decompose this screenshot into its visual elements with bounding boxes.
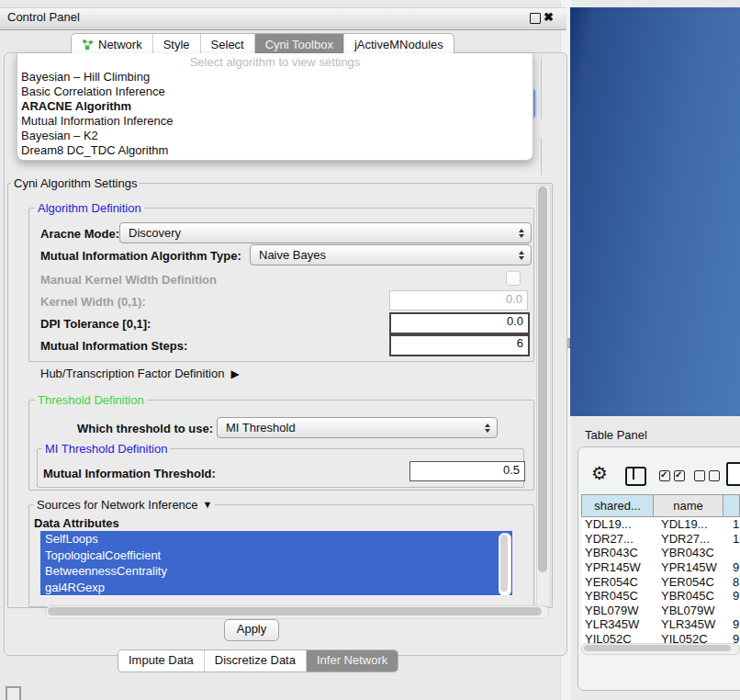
mi-algorithm-type-select[interactable]: Naive Bayes [250, 244, 532, 265]
dpi-tolerance-field[interactable]: 0.0 [389, 312, 530, 334]
tab-infer-network[interactable]: Infer Network [307, 650, 398, 672]
data-attributes-label: Data Attributes [34, 516, 119, 530]
table-cell: YLR345W [656, 617, 730, 631]
algorithm-option[interactable]: Basic Correlation Inference [17, 85, 533, 99]
data-attribute-item[interactable]: TopologicalCoefficient [40, 548, 512, 564]
attributes-scrollbar[interactable] [499, 533, 511, 596]
checked-box-icon [674, 470, 685, 481]
data-attribute-item[interactable]: gal4RGexp [40, 580, 512, 596]
hub-definition-label: Hub/Transcription Factor Definition [40, 367, 224, 380]
table-body: YDL19...YDL19...13YDR27...YDR27...12YBR0… [581, 517, 740, 646]
sources-expander[interactable]: Sources for Network Inference ▼ [34, 499, 215, 511]
table-row[interactable]: YDR27...YDR27...12 [581, 532, 740, 547]
cyni-bottom-tabbar: Impute Data Discretize Data Infer Networ… [118, 649, 398, 672]
selected-value: Discovery [129, 226, 181, 240]
scrollbar-thumb[interactable] [48, 607, 542, 615]
document-icon[interactable] [726, 462, 740, 486]
algorithm-dropdown-popup: Select algorithm to view settings Bayesi… [17, 53, 533, 161]
table-cell: YDR27... [656, 532, 730, 546]
table-cell: YBR043C [656, 546, 730, 559]
table-cell: 9. [730, 589, 740, 603]
tab-label: Impute Data [129, 653, 194, 667]
mi-threshold-field[interactable]: 0.5 [409, 461, 525, 481]
table-cell: YLR345W [581, 617, 656, 631]
algorithm-option[interactable]: Bayesian – K2 [17, 129, 533, 143]
collapsed-panel-icon[interactable] [6, 686, 21, 700]
table-cell: YBR045C [656, 589, 730, 603]
column-header[interactable] [723, 495, 739, 516]
control-panel-title: Control Panel [7, 10, 80, 24]
apply-button[interactable]: Apply [224, 619, 279, 641]
tab-style[interactable]: Style [153, 34, 201, 55]
kernel-width-field[interactable]: 0.0 [389, 290, 528, 310]
manual-kernel-width-label: Manual Kernel Width Definition [40, 273, 217, 287]
stepper-arrows-icon [519, 229, 524, 238]
table-horizontal-scrollbar[interactable] [581, 643, 740, 655]
screen: Control Panel ✖ Network Style Select Cyn… [0, 0, 740, 700]
tab-jactivemnodules[interactable]: jActiveMNodules [344, 34, 454, 55]
settings-horizontal-scrollbar[interactable] [45, 605, 549, 619]
column-layout-icon[interactable] [625, 467, 646, 486]
algorithm-option[interactable]: Bayesian – Hill Climbing [17, 70, 533, 85]
tab-impute-data[interactable]: Impute Data [118, 650, 205, 672]
manual-kernel-width-checkbox[interactable] [506, 271, 521, 286]
table-panel-title: Table Panel [585, 428, 647, 442]
table-cell: YDL19... [581, 517, 656, 531]
table-row[interactable]: YPR145WYPR145W9. [581, 560, 740, 575]
which-threshold-label: Which threshold to use: [77, 422, 213, 435]
column-header[interactable]: shared... [582, 495, 654, 516]
aracne-mode-select[interactable]: Discovery [119, 222, 532, 243]
table-cell: 8. [730, 575, 740, 589]
table-row[interactable]: YBR043CYBR043C [581, 546, 740, 560]
float-window-icon[interactable] [530, 13, 541, 24]
hub-definition-expander[interactable]: Hub/Transcription Factor Definition ▶ [40, 367, 240, 380]
table-row[interactable]: YER054CYER054C8. [581, 574, 740, 589]
occluded-groupbox-edge [541, 138, 542, 175]
expand-arrow-icon[interactable]: ▶ [230, 367, 239, 380]
scrollbar-thumb[interactable] [584, 645, 731, 651]
tab-label: Network [98, 35, 142, 54]
tab-discretize-data[interactable]: Discretize Data [205, 650, 307, 672]
select-none-unchecked-icon[interactable] [694, 470, 720, 481]
scrollbar-thumb[interactable] [538, 186, 547, 572]
table-row[interactable]: YLR345WYLR345W9. [581, 617, 740, 632]
kernel-width-label: Kernel Width (0,1): [40, 295, 146, 309]
table-row[interactable]: YBR045CYBR045C9. [581, 589, 740, 604]
tab-network[interactable]: Network [72, 34, 153, 55]
data-attribute-item[interactable]: BetweennessCentrality [40, 563, 512, 580]
occluded-groupbox-edge [541, 58, 542, 119]
table-cell: YBL079W [581, 604, 656, 617]
which-threshold-select[interactable]: MI Threshold [217, 417, 498, 438]
table-cell: YPR145W [581, 560, 656, 574]
table-settings-gear-icon[interactable]: ⚙ [591, 463, 608, 483]
table-row[interactable]: YBL079WYBL079W [581, 604, 740, 618]
table-cell: YPR145W [656, 560, 730, 574]
control-panel-titlebar [0, 7, 566, 30]
table-cell: 13 [730, 517, 740, 531]
mi-threshold-label: Mutual Information Threshold: [43, 467, 216, 480]
mi-algorithm-type-label: Mutual Information Algorithm Type: [40, 249, 241, 263]
table-row[interactable]: YDL19...YDL19...13 [581, 517, 740, 532]
close-window-icon[interactable]: ✖ [544, 10, 554, 24]
mi-steps-field[interactable]: 6 [389, 334, 530, 356]
network-window-frame: GALGAL80GAL10GAL1GAL11SWI4GAL4GCY1HAP4YH… [570, 7, 740, 416]
scrollbar-thumb[interactable] [500, 535, 508, 592]
threshold-definition-title: Threshold Definition [35, 394, 147, 406]
algorithm-option[interactable]: Dream8 DC_TDC Algorithm [17, 143, 533, 158]
tab-select[interactable]: Select [201, 34, 255, 55]
cyni-settings-title: Cyni Algorithm Settings [11, 177, 140, 189]
select-all-checked-icon[interactable] [659, 470, 685, 481]
stepper-arrows-icon [485, 423, 490, 433]
stepper-arrows-icon [519, 251, 524, 260]
collapse-arrow-icon[interactable]: ▼ [203, 499, 213, 511]
tab-cyni-toolbox[interactable]: Cyni Toolbox [255, 34, 344, 55]
table-cell: 12 [730, 532, 740, 546]
column-header[interactable]: name [654, 495, 723, 516]
data-attributes-list: SelfLoopsTopologicalCoefficientBetweenne… [40, 531, 512, 596]
data-attribute-item[interactable]: SelfLoops [40, 531, 512, 548]
algorithm-option[interactable]: ARACNE Algorithm [17, 99, 533, 114]
table-cell: YER054C [581, 575, 656, 589]
tab-label: Discretize Data [215, 653, 296, 667]
settings-vertical-scrollbar[interactable] [536, 185, 551, 606]
algorithm-option[interactable]: Mutual Information Inference [17, 114, 533, 129]
